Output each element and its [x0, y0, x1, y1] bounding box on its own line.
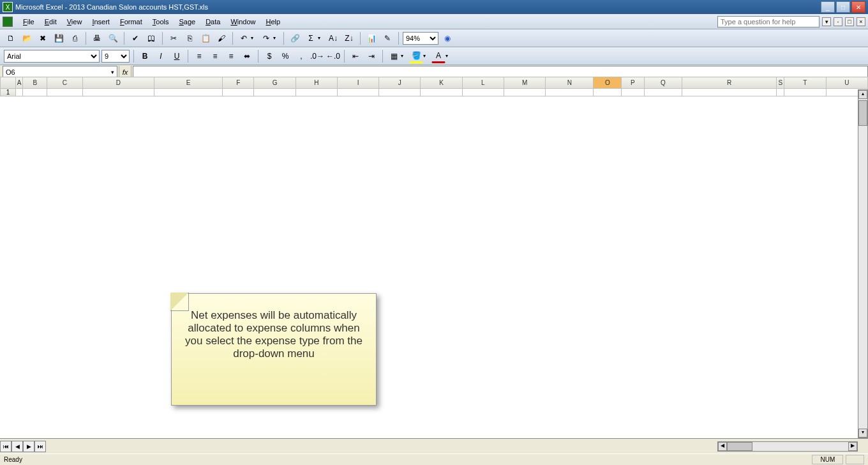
align-right-icon[interactable]: ≡ [224, 49, 238, 63]
print-preview-icon[interactable]: 🔍 [106, 31, 120, 45]
column-header-D[interactable]: D [82, 77, 154, 89]
sort-desc-icon[interactable]: Z↓ [342, 31, 356, 45]
help-dropdown-icon[interactable]: ▾ [822, 17, 831, 26]
italic-icon[interactable]: I [154, 49, 168, 63]
close-button[interactable]: ✕ [851, 1, 865, 13]
column-header-Q[interactable]: Q [644, 77, 682, 89]
doc-close-button[interactable]: × [857, 17, 865, 26]
menu-data[interactable]: Data [200, 16, 225, 27]
sort-asc-icon[interactable]: A↓ [326, 31, 340, 45]
hyperlink-icon[interactable]: 🔗 [288, 31, 302, 45]
align-center-icon[interactable]: ≡ [208, 49, 222, 63]
column-header-G[interactable]: G [254, 77, 296, 89]
column-header-C[interactable]: C [47, 77, 82, 89]
merge-center-icon[interactable]: ⬌ [240, 49, 254, 63]
save-icon[interactable]: 💾 [52, 31, 66, 45]
undo-dropdown-icon[interactable]: ▾ [251, 35, 257, 41]
cell[interactable] [15, 89, 23, 96]
horizontal-scrollbar[interactable]: ◀ ▶ [717, 441, 858, 452]
align-left-icon[interactable]: ≡ [192, 49, 206, 63]
menu-insert[interactable]: Insert [87, 16, 115, 27]
minimize-button[interactable]: _ [821, 1, 835, 13]
row-header[interactable]: 1 [1, 89, 16, 96]
menu-window[interactable]: Window [225, 16, 260, 27]
underline-icon[interactable]: U [170, 49, 184, 63]
format-painter-icon[interactable]: 🖌 [214, 31, 228, 45]
hscroll-thumb[interactable] [727, 442, 752, 451]
cell[interactable] [546, 89, 594, 96]
cell[interactable] [296, 89, 337, 96]
menu-edit[interactable]: Edit [40, 16, 62, 27]
doc-minimize-button[interactable]: - [834, 17, 842, 26]
undo-icon[interactable]: ↶ [237, 31, 251, 45]
cell[interactable] [777, 89, 784, 96]
column-header-O[interactable]: O [594, 77, 622, 89]
increase-decimal-icon[interactable]: .0→ [310, 49, 324, 63]
cell[interactable] [504, 89, 546, 96]
tab-nav-next-icon[interactable]: ▶ [23, 441, 34, 452]
bold-icon[interactable]: B [138, 49, 152, 63]
currency-icon[interactable]: $ [262, 49, 276, 63]
font-size-combo[interactable]: 9 [101, 50, 130, 63]
menu-file[interactable]: File [18, 16, 40, 27]
decrease-indent-icon[interactable]: ⇤ [348, 49, 363, 63]
borders-icon[interactable]: ▦ [387, 49, 401, 63]
font-name-combo[interactable]: Arial [4, 50, 100, 63]
cut-icon[interactable]: ✂ [167, 31, 181, 45]
paste-icon[interactable]: 📋 [198, 31, 213, 45]
research-icon[interactable]: 🕮 [144, 31, 158, 45]
open-icon[interactable]: 📂 [20, 31, 34, 45]
cell[interactable] [682, 89, 777, 96]
increase-indent-icon[interactable]: ⇥ [364, 49, 378, 63]
cell[interactable] [462, 89, 504, 96]
menu-help[interactable]: Help [261, 16, 286, 27]
column-header-M[interactable]: M [504, 77, 546, 89]
cell[interactable] [254, 89, 296, 96]
cell[interactable] [594, 89, 622, 96]
column-header-S[interactable]: S [777, 77, 784, 89]
column-header-J[interactable]: J [379, 77, 421, 89]
column-header-E[interactable]: E [154, 77, 223, 89]
menu-sage[interactable]: Sage [174, 16, 200, 27]
cell[interactable] [338, 89, 379, 96]
tab-nav-last-icon[interactable]: ⏭ [34, 441, 46, 452]
column-header-A[interactable]: A [15, 77, 23, 89]
column-header-H[interactable]: H [296, 77, 337, 89]
new-icon[interactable]: 🗋 [4, 31, 18, 45]
hscroll-right-icon[interactable]: ▶ [848, 442, 857, 451]
cell[interactable] [421, 89, 462, 96]
column-header-F[interactable]: F [222, 77, 253, 89]
scroll-down-icon[interactable]: ▾ [858, 429, 867, 438]
vertical-scrollbar[interactable]: ▴ ▾ [858, 89, 868, 438]
cell[interactable] [379, 89, 421, 96]
copy-icon[interactable]: ⎘ [183, 31, 197, 45]
cell[interactable] [47, 89, 82, 96]
chart-icon[interactable]: 📊 [364, 31, 378, 45]
column-header-N[interactable]: N [546, 77, 594, 89]
doc-restore-button[interactable]: □ [845, 17, 854, 26]
cell[interactable] [222, 89, 253, 96]
redo-dropdown-icon[interactable]: ▾ [273, 35, 280, 41]
help-icon[interactable]: ◉ [440, 31, 454, 45]
tab-nav-prev-icon[interactable]: ◀ [11, 441, 23, 452]
name-box-dropdown-icon[interactable]: ▾ [111, 69, 114, 75]
fill-dropdown-icon[interactable]: ▾ [423, 53, 430, 59]
column-header-B[interactable]: B [23, 77, 47, 89]
hscroll-left-icon[interactable]: ◀ [718, 442, 727, 451]
column-header-P[interactable]: P [622, 77, 645, 89]
close-file-icon[interactable]: ✖ [36, 31, 50, 45]
cell[interactable] [154, 89, 223, 96]
cell[interactable] [644, 89, 682, 96]
menu-format[interactable]: Format [115, 16, 147, 27]
comma-icon[interactable]: , [294, 49, 308, 63]
autosum-icon[interactable]: Σ [304, 31, 318, 45]
borders-dropdown-icon[interactable]: ▾ [401, 53, 407, 59]
font-color-dropdown-icon[interactable]: ▾ [445, 53, 452, 59]
column-header-L[interactable]: L [462, 77, 504, 89]
menu-view[interactable]: View [62, 16, 87, 27]
font-color-icon[interactable]: A [431, 49, 445, 63]
percent-icon[interactable]: % [278, 49, 292, 63]
column-header-K[interactable]: K [421, 77, 462, 89]
cell[interactable] [784, 89, 826, 96]
column-header-T[interactable]: T [784, 77, 826, 89]
